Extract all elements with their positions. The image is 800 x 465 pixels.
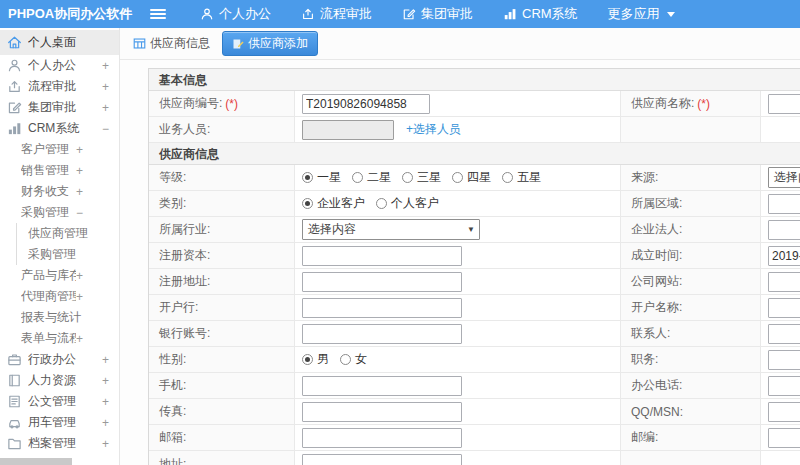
expand-toggle[interactable]: + (102, 101, 109, 115)
topnav-item[interactable]: 更多应用 (608, 5, 675, 23)
topnav-item[interactable]: 个人办公 (200, 5, 271, 23)
office-phone-input[interactable] (768, 376, 800, 396)
topnav-item-label: 流程审批 (320, 5, 372, 23)
grade-radio-option[interactable]: 二星 (352, 169, 391, 186)
grade-radio-option[interactable]: 三星 (402, 169, 441, 186)
business-person-input[interactable] (302, 120, 394, 140)
legal-person-input[interactable] (768, 220, 800, 240)
menu-icon[interactable] (150, 9, 166, 19)
mobile-input[interactable] (302, 376, 462, 396)
sidebar-item[interactable]: 财务收支+ (0, 181, 119, 202)
field-cell (295, 451, 621, 465)
section-title: 基本信息 (149, 69, 800, 91)
form-row: 开户行:开户名称: (149, 295, 800, 321)
expand-toggle[interactable]: + (76, 185, 83, 199)
category-radio-group: 企业客户个人客户 (302, 195, 439, 212)
postcode-input[interactable] (768, 428, 800, 448)
expand-toggle[interactable]: − (76, 206, 83, 220)
bank-account-input[interactable] (302, 324, 462, 344)
sidebar-item[interactable]: 个人办公+ (0, 55, 119, 76)
email-input[interactable] (302, 428, 462, 448)
sidebar-item-label: 采购管理 (28, 246, 119, 263)
registered-capital-input[interactable] (302, 246, 462, 266)
field-label: 供应商编号: (*) (149, 91, 295, 116)
form-row: 性别:男女职务: (149, 347, 800, 373)
grade-radio-option[interactable]: 四星 (452, 169, 491, 186)
expand-toggle[interactable]: + (102, 416, 109, 430)
sidebar-item[interactable]: 流程审批+ (0, 76, 119, 97)
expand-toggle[interactable]: + (102, 374, 109, 388)
supplier-name-input[interactable] (768, 94, 800, 114)
sidebar-item[interactable]: 行政办公+ (0, 349, 119, 370)
sidebar-item[interactable]: 公文管理+ (0, 391, 119, 412)
sidebar-item[interactable]: 报表与统计 (0, 307, 119, 328)
expand-toggle[interactable]: + (102, 80, 109, 94)
expand-toggle[interactable]: + (76, 164, 83, 178)
sidebar-item[interactable]: 用车管理+ (0, 412, 119, 433)
sidebar-item[interactable]: 采购管理− (0, 202, 119, 223)
table-icon (133, 37, 146, 50)
expand-toggle[interactable]: + (76, 269, 83, 283)
category-radio-option[interactable]: 个人客户 (376, 195, 439, 212)
sidebar-item[interactable]: 供应商管理 (17, 223, 119, 244)
gender-radio-option[interactable]: 女 (340, 351, 367, 368)
contact-person-input[interactable] (768, 324, 800, 344)
sidebar-item-label: 采购管理 (21, 204, 76, 221)
founding-date-input[interactable] (768, 246, 800, 266)
field-cell (761, 347, 800, 372)
sidebar-item[interactable]: 表单与流程设置+ (0, 328, 119, 349)
sidebar-item[interactable]: 客户管理+ (0, 139, 119, 160)
form-row: 等级:一星二星三星四星五星来源:选择内容▼ (149, 165, 800, 191)
sidebar-item[interactable]: 销售管理+ (0, 160, 119, 181)
grade-radio-option[interactable]: 一星 (302, 169, 341, 186)
field-cell: 选择内容▼ (295, 217, 621, 242)
sidebar-item[interactable]: CRM系统− (0, 118, 119, 139)
topnav-item-label: CRM系统 (522, 5, 578, 23)
topnav-item-label: 更多应用 (608, 5, 660, 23)
expand-toggle[interactable]: + (76, 290, 83, 304)
sidebar-item[interactable]: 产品与库存+ (0, 265, 119, 286)
sidebar-item[interactable]: 个人桌面 (0, 30, 119, 55)
top-navigation: 个人办公流程审批集团审批CRM系统更多应用 (200, 5, 675, 23)
field-cell (295, 373, 621, 398)
region-input[interactable] (768, 194, 800, 214)
choose-person-link[interactable]: +选择人员 (406, 121, 461, 138)
sidebar: 个人桌面个人办公+流程审批+集团审批+CRM系统−客户管理+销售管理+财务收支+… (0, 28, 120, 465)
supplier-code-input[interactable] (302, 94, 430, 114)
fax-input[interactable] (302, 402, 462, 422)
bank-input[interactable] (302, 298, 462, 318)
topnav-item[interactable]: 集团审批 (402, 5, 473, 23)
source-select[interactable]: 选择内容▼ (768, 167, 800, 188)
registered-address-input[interactable] (302, 272, 462, 292)
expand-toggle[interactable]: + (102, 395, 109, 409)
expand-toggle[interactable]: + (102, 437, 109, 451)
job-title-input[interactable] (768, 350, 800, 370)
qq-msn-input[interactable] (768, 402, 800, 422)
topnav-item[interactable]: CRM系统 (503, 5, 578, 23)
sidebar-item-label: 销售管理 (21, 162, 76, 179)
tab-供应商信息[interactable]: 供应商信息 (133, 35, 210, 52)
industry-select[interactable]: 选择内容▼ (302, 219, 480, 240)
sidebar-item[interactable]: 人力资源+ (0, 370, 119, 391)
expand-toggle[interactable]: + (76, 143, 83, 157)
field-label: 所属区域: (621, 191, 761, 216)
expand-toggle[interactable]: + (76, 332, 83, 346)
sidebar-item-label: 客户管理 (21, 141, 76, 158)
sidebar-item[interactable]: 采购管理 (17, 244, 119, 265)
sidebar-item[interactable]: 档案管理+ (0, 433, 119, 454)
gender-radio-option[interactable]: 男 (302, 351, 329, 368)
tab-供应商添加[interactable]: 供应商添加 (222, 31, 318, 56)
expand-toggle[interactable]: + (102, 59, 109, 73)
field-label: 注册资本: (149, 243, 295, 268)
field-label: 邮编: (621, 425, 761, 450)
company-website-input[interactable] (768, 272, 800, 292)
category-radio-option[interactable]: 企业客户 (302, 195, 365, 212)
expand-toggle[interactable]: + (102, 353, 109, 367)
grade-radio-option[interactable]: 五星 (502, 169, 541, 186)
topnav-item[interactable]: 流程审批 (301, 5, 372, 23)
address-input[interactable] (302, 454, 462, 465)
sidebar-item[interactable]: 代理商管理+ (0, 286, 119, 307)
expand-toggle[interactable]: − (102, 122, 109, 136)
account-name-input[interactable] (768, 298, 800, 318)
sidebar-item[interactable]: 集团审批+ (0, 97, 119, 118)
